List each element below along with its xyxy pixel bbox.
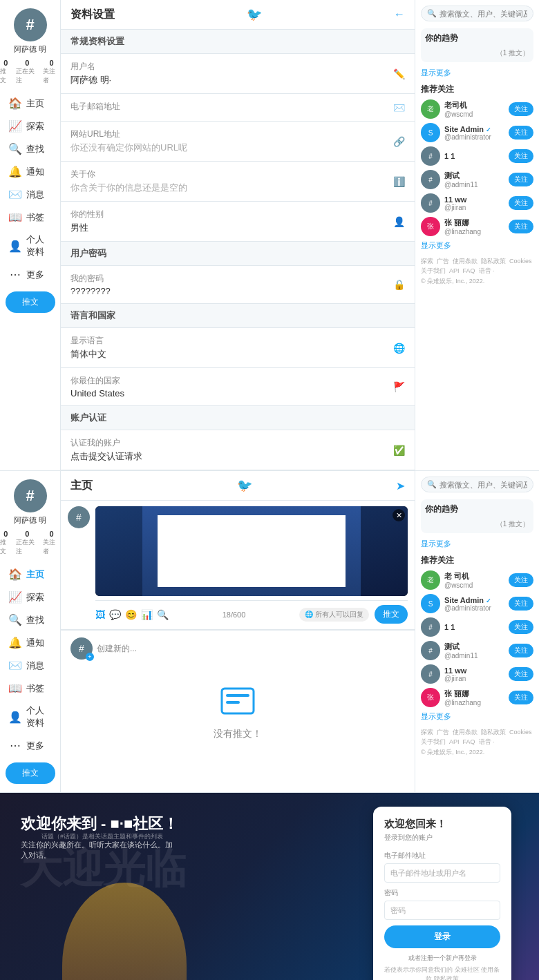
sidebar-stats: 0 推文 0 正在关注 0 关注者	[0, 59, 60, 85]
search-icon: 🔍	[8, 142, 22, 155]
bookmark-icon: 📖	[8, 682, 22, 695]
show-more-trends[interactable]: 显示更多	[421, 539, 533, 549]
follow-button[interactable]: 关注	[509, 220, 533, 233]
more-icon: ⋯	[8, 268, 22, 281]
avatar: 张	[421, 217, 440, 236]
gif-icon[interactable]: 💬	[109, 609, 121, 620]
globe-icon: 🌐	[305, 611, 313, 618]
field-verify[interactable]: 认证我的账户 点击提交认证请求 ✅	[61, 430, 415, 470]
follow-button[interactable]: 关注	[509, 691, 533, 704]
sidebar-item-notifications[interactable]: 🔔 通知	[0, 631, 60, 654]
password-input[interactable]	[384, 901, 500, 920]
search-input[interactable]	[439, 481, 527, 489]
follow-button[interactable]: 关注	[509, 597, 533, 611]
sidebar-item-home[interactable]: 🏠 主页	[0, 92, 60, 115]
sidebar-item-search[interactable]: 🔍 查找	[0, 608, 60, 631]
svg-rect-1	[226, 694, 249, 697]
field-country[interactable]: 你最住的国家 United States 🚩	[61, 368, 415, 406]
field-about[interactable]: 关于你 你含关于你的信息还是是空的 ℹ️	[61, 162, 415, 202]
field-password[interactable]: 我的密码 ???????? 🔒	[61, 266, 415, 304]
sidebar-item-bookmarks[interactable]: 📖 书签	[0, 677, 60, 700]
sidebar-item-notifications[interactable]: 🔔 通知	[0, 160, 60, 183]
explore-icon: 📈	[8, 119, 22, 133]
envelope-icon: ✉️	[393, 102, 405, 113]
login-button[interactable]: 登录	[384, 925, 500, 948]
follow-button[interactable]: 关注	[509, 102, 533, 116]
location-icon[interactable]: 🔍	[157, 609, 169, 620]
email-input[interactable]	[384, 863, 500, 883]
sidebar-item-profile[interactable]: 👤 个人资料	[0, 229, 60, 263]
field-website[interactable]: 网站URL地址 你还没有确定你网站的URL呢 🔗	[61, 122, 415, 162]
bookmark-icon: 📖	[8, 211, 22, 224]
field-username[interactable]: 用户名 阿萨德 明· ✏️	[61, 54, 415, 94]
field-language[interactable]: 显示语言 简体中文 🌐	[61, 328, 415, 368]
follow-button[interactable]: 关注	[509, 126, 533, 140]
sidebar-item-more[interactable]: ⋯ 更多	[0, 263, 60, 286]
follow-button[interactable]: 关注	[509, 644, 533, 657]
verified-icon: ✓	[486, 126, 491, 133]
footer-links: 探索 广告 使用条款 隐私政策 Cookies 关于我们 API FAQ 语音 …	[421, 256, 533, 286]
twitter-logo: 🐦	[237, 478, 252, 493]
follow-button[interactable]: 关注	[509, 667, 533, 681]
login-card-title: 欢迎您回来！	[384, 818, 500, 831]
send-icon[interactable]: ➤	[396, 479, 405, 492]
sidebar-item-explore[interactable]: 📈 探索	[0, 586, 60, 608]
tweet-button[interactable]: 推文	[6, 762, 55, 784]
sidebar-item-profile[interactable]: 👤 个人资料	[0, 700, 60, 734]
decorative-figure	[62, 883, 187, 980]
sidebar-item-search[interactable]: 🔍 查找	[0, 137, 60, 160]
media-preview: ✕	[95, 506, 408, 596]
follow-button[interactable]: 关注	[509, 173, 533, 186]
compose-actions: 🌐 所有人可以回复 推文	[299, 605, 408, 624]
search-input[interactable]	[439, 10, 527, 18]
sidebar-item-home[interactable]: 🏠 主页	[0, 563, 60, 586]
login-welcome: 欢迎你来到 - ■·■社区！ 关注你的兴趣所在。听听大家在谈论什么。加入对话。 …	[21, 814, 178, 866]
show-more-follow[interactable]: 显示更多	[421, 711, 533, 722]
search-box[interactable]: 🔍	[421, 477, 533, 492]
sidebar-navigation-home: 🏠 主页 📈 探索 🔍 查找 🔔 通知 ✉️ 消息 📖 书签	[0, 563, 60, 757]
follow-button[interactable]: 关注	[509, 149, 533, 163]
avatar: #	[421, 617, 440, 637]
poll-icon[interactable]: 📊	[141, 609, 153, 620]
home-icon: 🏠	[8, 97, 22, 110]
sidebar-item-bookmarks[interactable]: 📖 书签	[0, 206, 60, 229]
tweet-button[interactable]: 推文	[6, 291, 55, 313]
sidebar-item-messages[interactable]: ✉️ 消息	[0, 654, 60, 677]
show-more-trends[interactable]: 显示更多	[421, 68, 533, 78]
field-email[interactable]: 电子邮箱地址 ✉️	[61, 94, 415, 122]
follow-button[interactable]: 关注	[509, 196, 533, 210]
follow-item: 老 老司机 @wscmd 关注	[421, 99, 533, 119]
search-box[interactable]: 🔍	[421, 6, 533, 21]
image-icon[interactable]: 🖼	[95, 609, 105, 620]
emoji-icon[interactable]: 😊	[125, 609, 137, 620]
no-tweets-text: 没有推文！	[214, 728, 262, 740]
close-media-button[interactable]: ✕	[393, 509, 405, 521]
bell-icon: 🔔	[8, 165, 22, 178]
bell-icon: 🔔	[8, 636, 22, 649]
sidebar-item-more[interactable]: ⋯ 更多	[0, 734, 60, 757]
login-page: 大迎光临 欢迎你来到 - ■·■社区！ 关注你的兴趣所在。听听大家在谈论什么。加…	[0, 793, 539, 980]
home-icon: 🏠	[8, 568, 22, 581]
back-button[interactable]: ←	[394, 8, 405, 21]
follow-item: 张 张 丽娜 @linazhang 关注	[421, 217, 533, 236]
sidebar-item-messages[interactable]: ✉️ 消息	[0, 183, 60, 206]
page-title: 主页	[70, 479, 93, 493]
follow-button[interactable]: 关注	[509, 620, 533, 634]
sidebar-item-explore[interactable]: 📈 探索	[0, 115, 60, 137]
verified-icon: ✓	[486, 597, 491, 604]
footer-links: 探索 广告 使用条款 隐私政策 Cookies 关于我们 API FAQ 语音 …	[421, 727, 533, 757]
user-icon: 👤	[8, 711, 22, 724]
compose-toolbar: 🖼 💬 😊 📊 🔍 18/600 🌐 所有人可以回复 推文	[95, 600, 408, 624]
reply-setting[interactable]: 🌐 所有人可以回复	[299, 608, 369, 622]
follow-button[interactable]: 关注	[509, 573, 533, 587]
show-more-follow[interactable]: 显示更多	[421, 240, 533, 251]
mail-icon: ✉️	[8, 659, 22, 672]
follow-item: # 11 ww @jiiran 关注	[421, 664, 533, 684]
trends-box: 你的趋势 （1 推文）	[421, 499, 533, 533]
left-sidebar-home: # 阿萨德 明 0 推文 0 正在关注 0 关注者 🏠 主页 📈	[0, 471, 61, 792]
no-tweets-icon	[220, 687, 255, 721]
create-list-item[interactable]: # + 创建新的...	[61, 630, 415, 666]
twitter-logo: 🐦	[247, 7, 262, 22]
field-gender[interactable]: 你的性别 男性 👤	[61, 202, 415, 242]
submit-tweet-button[interactable]: 推文	[375, 605, 408, 624]
